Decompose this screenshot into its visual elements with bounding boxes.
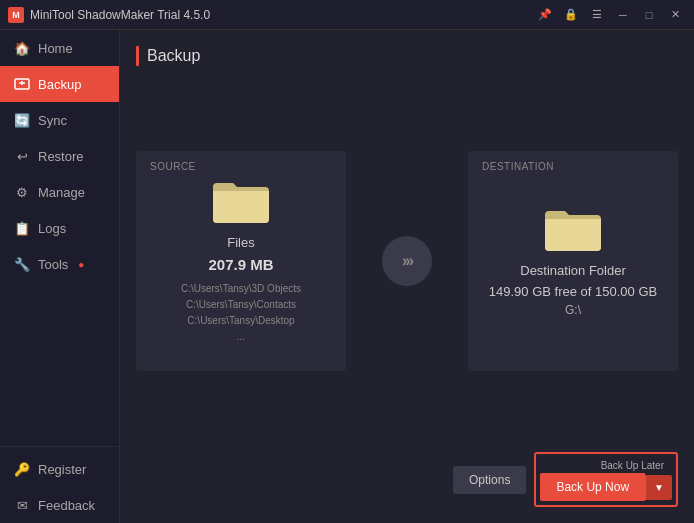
sync-label: Sync — [38, 113, 67, 128]
app-icon: M — [8, 7, 24, 23]
title-bar: M MiniTool ShadowMaker Trial 4.5.0 📌 🔒 ☰… — [0, 0, 694, 30]
sidebar-item-restore[interactable]: ↩ Restore — [0, 138, 119, 174]
backup-later-button[interactable]: Back Up Later — [593, 458, 672, 473]
maximize-button[interactable]: □ — [638, 4, 660, 26]
sidebar-item-backup[interactable]: Backup — [0, 66, 119, 102]
manage-label: Manage — [38, 185, 85, 200]
feedback-icon: ✉ — [14, 497, 30, 513]
dest-folder-icon — [543, 205, 603, 253]
sidebar-item-tools[interactable]: 🔧 Tools ● — [0, 246, 119, 282]
dest-section-label: DESTINATION — [482, 161, 554, 172]
restore-label: Restore — [38, 149, 84, 164]
close-button[interactable]: ✕ — [664, 4, 686, 26]
tools-icon: 🔧 — [14, 256, 30, 272]
dest-drive: G:\ — [565, 303, 581, 317]
menu-button[interactable]: ☰ — [586, 4, 608, 26]
page-title: Backup — [147, 47, 200, 65]
sync-icon: 🔄 — [14, 112, 30, 128]
backup-now-button[interactable]: Back Up Now — [540, 473, 645, 501]
source-paths: C:\Users\Tansy\3D Objects C:\Users\Tansy… — [181, 281, 301, 345]
sidebar-item-register[interactable]: 🔑 Register — [0, 451, 119, 487]
sidebar-item-logs[interactable]: 📋 Logs — [0, 210, 119, 246]
arrow-area: ››› — [346, 236, 468, 286]
lock-button[interactable]: 🔒 — [560, 4, 582, 26]
dest-name: Destination Folder — [520, 263, 626, 278]
backup-icon — [14, 76, 30, 92]
window-controls: 📌 🔒 ☰ ─ □ ✕ — [534, 4, 686, 26]
sidebar-item-home[interactable]: 🏠 Home — [0, 30, 119, 66]
pin-button[interactable]: 📌 — [534, 4, 556, 26]
backup-area: SOURCE Files 207.9 MB C:\Users\Tansy\3D … — [136, 82, 678, 440]
feedback-label: Feedback — [38, 498, 95, 513]
main-content: Backup SOURCE Files 207.9 MB C:\Users\Ta… — [120, 30, 694, 523]
transfer-arrow[interactable]: ››› — [382, 236, 432, 286]
source-card[interactable]: SOURCE Files 207.9 MB C:\Users\Tansy\3D … — [136, 151, 346, 371]
backup-now-row: Back Up Now ▼ — [540, 473, 672, 501]
sidebar: 🏠 Home Backup 🔄 Sync ↩ Restore ⚙ Manage … — [0, 30, 120, 523]
app-body: 🏠 Home Backup 🔄 Sync ↩ Restore ⚙ Manage … — [0, 30, 694, 523]
sidebar-item-feedback[interactable]: ✉ Feedback — [0, 487, 119, 523]
header-bar — [136, 46, 139, 66]
register-label: Register — [38, 462, 86, 477]
restore-icon: ↩ — [14, 148, 30, 164]
register-icon: 🔑 — [14, 461, 30, 477]
dest-free: 149.90 GB free of 150.00 GB — [489, 284, 657, 299]
logs-label: Logs — [38, 221, 66, 236]
sidebar-item-manage[interactable]: ⚙ Manage — [0, 174, 119, 210]
backup-label: Backup — [38, 77, 81, 92]
home-label: Home — [38, 41, 73, 56]
source-section-label: SOURCE — [150, 161, 196, 172]
manage-icon: ⚙ — [14, 184, 30, 200]
sidebar-item-sync[interactable]: 🔄 Sync — [0, 102, 119, 138]
backup-now-group: Back Up Later Back Up Now ▼ — [534, 452, 678, 507]
backup-now-dropdown[interactable]: ▼ — [645, 475, 672, 500]
source-size: 207.9 MB — [208, 256, 273, 273]
source-name: Files — [227, 235, 254, 250]
options-button[interactable]: Options — [453, 466, 526, 494]
minimize-button[interactable]: ─ — [612, 4, 634, 26]
logs-icon: 📋 — [14, 220, 30, 236]
bottom-bar: Options Back Up Later Back Up Now ▼ — [136, 440, 678, 507]
app-title: MiniTool ShadowMaker Trial 4.5.0 — [30, 8, 210, 22]
tools-dot: ● — [78, 259, 84, 270]
home-icon: 🏠 — [14, 40, 30, 56]
sidebar-bottom: 🔑 Register ✉ Feedback — [0, 446, 119, 523]
tools-label: Tools — [38, 257, 68, 272]
page-header: Backup — [136, 46, 678, 66]
source-folder-icon — [211, 177, 271, 225]
destination-card[interactable]: DESTINATION Destination Folder 149.90 GB… — [468, 151, 678, 371]
